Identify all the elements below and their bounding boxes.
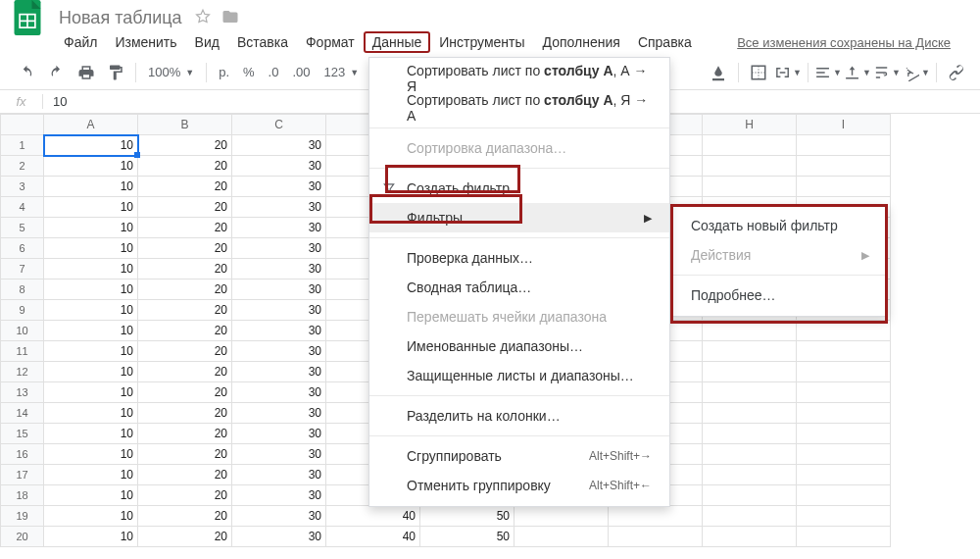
cell[interactable]: 20	[138, 485, 232, 506]
submenu-more[interactable]: Подробнее…	[671, 280, 887, 310]
menu-sort-asc[interactable]: Сортировать лист по столбцу A, А → Я	[369, 64, 669, 93]
cell[interactable]: 30	[232, 465, 326, 485]
cell[interactable]: 20	[138, 259, 232, 280]
row-header[interactable]: 3	[1, 177, 44, 197]
cell[interactable]: 30	[232, 506, 326, 527]
cell[interactable]: 20	[138, 403, 232, 424]
row-header[interactable]: 1	[1, 135, 44, 156]
menu-sort-desc[interactable]: Сортировать лист по столбцу A, Я → А	[369, 93, 669, 123]
h-align-button[interactable]: ▼	[814, 59, 842, 86]
cell[interactable]	[703, 382, 797, 403]
menu-addons[interactable]: Дополнения	[534, 31, 629, 53]
cell[interactable]	[703, 485, 797, 506]
cell[interactable]: 10	[44, 197, 138, 218]
cell[interactable]: 20	[138, 362, 232, 382]
v-align-button[interactable]: ▼	[844, 59, 871, 86]
menu-tools[interactable]: Инструменты	[430, 31, 533, 53]
cell[interactable]: 20	[138, 300, 232, 321]
row-header[interactable]: 18	[1, 485, 44, 506]
cell[interactable]: 10	[44, 321, 138, 341]
cell[interactable]: 10	[44, 362, 138, 382]
cell[interactable]: 30	[232, 280, 326, 300]
cell[interactable]: 10	[44, 424, 138, 444]
print-button[interactable]	[73, 59, 100, 86]
cell[interactable]: 20	[138, 156, 232, 177]
cell[interactable]: 20	[138, 177, 232, 197]
cell[interactable]: 20	[138, 135, 232, 156]
menu-pivot[interactable]: Сводная таблица…	[369, 273, 669, 302]
cell[interactable]: 30	[232, 321, 326, 341]
row-header[interactable]: 6	[1, 238, 44, 259]
cell[interactable]: 20	[138, 321, 232, 341]
cell[interactable]	[797, 424, 891, 444]
cell[interactable]: 20	[138, 444, 232, 465]
undo-button[interactable]	[14, 59, 41, 86]
cell[interactable]	[514, 506, 609, 527]
merge-cells-button[interactable]: ▼	[774, 59, 802, 86]
cell[interactable]	[797, 135, 891, 156]
cell[interactable]: 10	[44, 485, 138, 506]
cell[interactable]: 30	[232, 527, 326, 547]
cell[interactable]	[609, 527, 703, 547]
cell[interactable]	[797, 465, 891, 485]
cell[interactable]	[797, 321, 891, 341]
row-header[interactable]: 5	[1, 218, 44, 238]
menu-create-filter[interactable]: Создать фильтр	[369, 174, 669, 203]
cell[interactable]	[703, 403, 797, 424]
menu-ungroup[interactable]: Отменить группировку Alt+Shift+←	[369, 471, 669, 500]
cell[interactable]: 30	[232, 135, 326, 156]
submenu-create-new-filter[interactable]: Создать новый фильтр	[671, 211, 887, 240]
cell[interactable]	[797, 156, 891, 177]
cell[interactable]	[797, 485, 891, 506]
cell[interactable]	[703, 177, 797, 197]
cell[interactable]	[703, 135, 797, 156]
currency-button[interactable]: р.	[213, 65, 235, 79]
cell[interactable]: 20	[138, 465, 232, 485]
cell[interactable]	[703, 527, 797, 547]
cell[interactable]: 10	[44, 156, 138, 177]
menu-split-cols[interactable]: Разделить на колонки…	[369, 401, 669, 431]
zoom-select[interactable]: 100%▼	[142, 65, 200, 79]
text-rotate-button[interactable]: ▼	[903, 59, 930, 86]
doc-title[interactable]: Новая таблица	[53, 8, 188, 28]
cell[interactable]: 30	[232, 300, 326, 321]
cell[interactable]	[797, 177, 891, 197]
cell[interactable]: 30	[232, 259, 326, 280]
row-header[interactable]: 17	[1, 465, 44, 485]
cell[interactable]: 20	[138, 238, 232, 259]
menu-group[interactable]: Сгруппировать Alt+Shift+→	[369, 441, 669, 471]
col-header[interactable]: A	[44, 115, 138, 135]
cell[interactable]: 30	[232, 177, 326, 197]
cell[interactable]: 40	[326, 527, 420, 547]
sheets-logo[interactable]	[8, 0, 47, 37]
row-header[interactable]: 9	[1, 300, 44, 321]
menu-file[interactable]: Файл	[55, 31, 106, 53]
row-header[interactable]: 2	[1, 156, 44, 177]
cell[interactable]	[703, 444, 797, 465]
cell[interactable]: 30	[232, 403, 326, 424]
cell[interactable]: 10	[44, 238, 138, 259]
cell[interactable]: 10	[44, 382, 138, 403]
cell[interactable]: 10	[44, 177, 138, 197]
cell[interactable]: 10	[44, 403, 138, 424]
cell[interactable]: 30	[232, 197, 326, 218]
cell[interactable]: 20	[138, 218, 232, 238]
row-header[interactable]: 20	[1, 527, 44, 547]
dec-decrease-button[interactable]: .0	[263, 65, 285, 79]
menu-protected[interactable]: Защищенные листы и диапазоны…	[369, 361, 669, 390]
cell[interactable]: 30	[232, 382, 326, 403]
cell[interactable]: 20	[138, 527, 232, 547]
row-header[interactable]: 4	[1, 197, 44, 218]
menu-edit[interactable]: Изменить	[106, 31, 185, 53]
col-header[interactable]: I	[797, 115, 891, 135]
cell[interactable]	[703, 321, 797, 341]
borders-button[interactable]	[745, 59, 772, 86]
row-header[interactable]: 7	[1, 259, 44, 280]
menu-help[interactable]: Справка	[629, 31, 701, 53]
cell[interactable]: 10	[44, 135, 138, 156]
cell[interactable]	[703, 424, 797, 444]
star-icon[interactable]	[194, 8, 212, 28]
menu-data-validation[interactable]: Проверка данных…	[369, 243, 669, 273]
link-button[interactable]	[943, 59, 970, 86]
cell[interactable]: 10	[44, 218, 138, 238]
